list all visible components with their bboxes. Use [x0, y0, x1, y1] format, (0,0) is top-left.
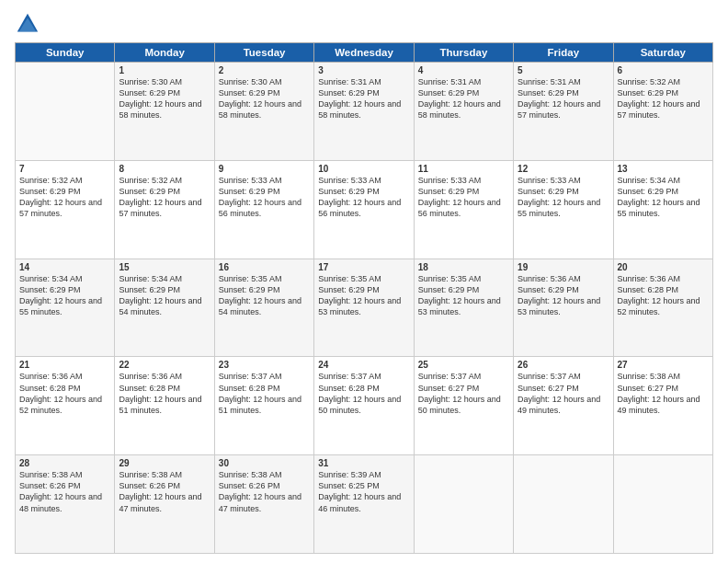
day-info: Sunrise: 5:38 AMSunset: 6:26 PMDaylight:… [219, 469, 310, 514]
header [15, 11, 713, 37]
calendar-cell: 13Sunrise: 5:34 AMSunset: 6:29 PMDayligh… [613, 160, 712, 259]
day-info: Sunrise: 5:33 AMSunset: 6:29 PMDaylight:… [219, 175, 310, 220]
day-info: Sunrise: 5:34 AMSunset: 6:29 PMDaylight:… [119, 273, 210, 318]
day-number: 22 [119, 360, 210, 370]
day-number: 11 [418, 164, 509, 174]
logo-icon [15, 11, 40, 37]
calendar-cell: 9Sunrise: 5:33 AMSunset: 6:29 PMDaylight… [214, 160, 313, 259]
calendar-cell: 14Sunrise: 5:34 AMSunset: 6:29 PMDayligh… [16, 259, 115, 357]
calendar-header-wednesday: Wednesday [314, 43, 414, 63]
calendar-header-friday: Friday [514, 43, 613, 63]
day-number: 8 [119, 164, 210, 174]
calendar-cell: 8Sunrise: 5:32 AMSunset: 6:29 PMDaylight… [115, 160, 214, 259]
day-info: Sunrise: 5:37 AMSunset: 6:28 PMDaylight:… [219, 371, 310, 416]
calendar-header-sunday: Sunday [16, 43, 115, 63]
calendar-week-1: 1Sunrise: 5:30 AMSunset: 6:29 PMDaylight… [16, 63, 713, 161]
day-info: Sunrise: 5:32 AMSunset: 6:29 PMDaylight:… [119, 175, 210, 220]
calendar-header-monday: Monday [115, 43, 214, 63]
day-info: Sunrise: 5:39 AMSunset: 6:25 PMDaylight:… [318, 469, 409, 514]
calendar-week-3: 14Sunrise: 5:34 AMSunset: 6:29 PMDayligh… [16, 259, 713, 357]
day-number: 20 [618, 262, 709, 272]
calendar-cell: 20Sunrise: 5:36 AMSunset: 6:28 PMDayligh… [613, 259, 712, 357]
calendar-cell: 17Sunrise: 5:35 AMSunset: 6:29 PMDayligh… [314, 259, 414, 357]
day-number: 27 [618, 360, 709, 370]
day-number: 13 [618, 164, 709, 174]
day-info: Sunrise: 5:35 AMSunset: 6:29 PMDaylight:… [219, 273, 310, 318]
day-info: Sunrise: 5:30 AMSunset: 6:29 PMDaylight:… [219, 76, 310, 121]
calendar-cell: 10Sunrise: 5:33 AMSunset: 6:29 PMDayligh… [314, 160, 414, 259]
day-number: 12 [518, 164, 609, 174]
day-info: Sunrise: 5:36 AMSunset: 6:28 PMDaylight:… [119, 371, 210, 416]
day-info: Sunrise: 5:34 AMSunset: 6:29 PMDaylight:… [618, 175, 709, 220]
day-info: Sunrise: 5:37 AMSunset: 6:27 PMDaylight:… [518, 371, 609, 416]
day-number: 26 [518, 360, 609, 370]
day-number: 5 [518, 65, 609, 75]
day-info: Sunrise: 5:31 AMSunset: 6:29 PMDaylight:… [418, 76, 509, 121]
calendar-table: SundayMondayTuesdayWednesdayThursdayFrid… [15, 42, 713, 554]
day-info: Sunrise: 5:35 AMSunset: 6:29 PMDaylight:… [418, 273, 509, 318]
day-info: Sunrise: 5:36 AMSunset: 6:29 PMDaylight:… [518, 273, 609, 318]
day-info: Sunrise: 5:36 AMSunset: 6:28 PMDaylight:… [618, 273, 709, 318]
day-number: 14 [19, 262, 110, 272]
calendar-header-thursday: Thursday [414, 43, 513, 63]
calendar-cell: 6Sunrise: 5:32 AMSunset: 6:29 PMDaylight… [613, 63, 712, 161]
day-info: Sunrise: 5:30 AMSunset: 6:29 PMDaylight:… [119, 76, 210, 121]
calendar-cell: 23Sunrise: 5:37 AMSunset: 6:28 PMDayligh… [214, 357, 313, 455]
day-info: Sunrise: 5:38 AMSunset: 6:26 PMDaylight:… [119, 469, 210, 514]
calendar-header-saturday: Saturday [613, 43, 712, 63]
calendar-cell: 29Sunrise: 5:38 AMSunset: 6:26 PMDayligh… [115, 455, 214, 554]
day-number: 24 [318, 360, 409, 370]
day-info: Sunrise: 5:31 AMSunset: 6:29 PMDaylight:… [318, 76, 409, 121]
calendar-week-4: 21Sunrise: 5:36 AMSunset: 6:28 PMDayligh… [16, 357, 713, 455]
day-info: Sunrise: 5:34 AMSunset: 6:29 PMDaylight:… [19, 273, 110, 318]
day-info: Sunrise: 5:33 AMSunset: 6:29 PMDaylight:… [318, 175, 409, 220]
calendar-cell [414, 455, 513, 554]
day-number: 19 [518, 262, 609, 272]
day-number: 3 [318, 65, 409, 75]
calendar-cell: 4Sunrise: 5:31 AMSunset: 6:29 PMDaylight… [414, 63, 513, 161]
calendar-cell: 1Sunrise: 5:30 AMSunset: 6:29 PMDaylight… [115, 63, 214, 161]
day-info: Sunrise: 5:37 AMSunset: 6:27 PMDaylight:… [418, 371, 509, 416]
day-info: Sunrise: 5:31 AMSunset: 6:29 PMDaylight:… [518, 76, 609, 121]
calendar-cell: 25Sunrise: 5:37 AMSunset: 6:27 PMDayligh… [414, 357, 513, 455]
logo [15, 11, 44, 37]
day-info: Sunrise: 5:33 AMSunset: 6:29 PMDaylight:… [418, 175, 509, 220]
day-info: Sunrise: 5:37 AMSunset: 6:28 PMDaylight:… [318, 371, 409, 416]
day-number: 6 [618, 65, 709, 75]
calendar-cell: 22Sunrise: 5:36 AMSunset: 6:28 PMDayligh… [115, 357, 214, 455]
calendar-cell: 24Sunrise: 5:37 AMSunset: 6:28 PMDayligh… [314, 357, 414, 455]
day-number: 4 [418, 65, 509, 75]
calendar-week-2: 7Sunrise: 5:32 AMSunset: 6:29 PMDaylight… [16, 160, 713, 259]
day-info: Sunrise: 5:38 AMSunset: 6:26 PMDaylight:… [19, 469, 110, 514]
day-number: 1 [119, 65, 210, 75]
calendar-cell: 12Sunrise: 5:33 AMSunset: 6:29 PMDayligh… [514, 160, 613, 259]
day-number: 28 [19, 458, 110, 468]
calendar-cell [514, 455, 613, 554]
day-info: Sunrise: 5:32 AMSunset: 6:29 PMDaylight:… [618, 76, 709, 121]
day-number: 17 [318, 262, 409, 272]
calendar-cell: 15Sunrise: 5:34 AMSunset: 6:29 PMDayligh… [115, 259, 214, 357]
calendar-cell: 26Sunrise: 5:37 AMSunset: 6:27 PMDayligh… [514, 357, 613, 455]
day-number: 10 [318, 164, 409, 174]
calendar-cell: 28Sunrise: 5:38 AMSunset: 6:26 PMDayligh… [16, 455, 115, 554]
day-number: 9 [219, 164, 310, 174]
day-number: 31 [318, 458, 409, 468]
day-number: 21 [19, 360, 110, 370]
calendar-cell: 7Sunrise: 5:32 AMSunset: 6:29 PMDaylight… [16, 160, 115, 259]
day-info: Sunrise: 5:38 AMSunset: 6:27 PMDaylight:… [618, 371, 709, 416]
calendar-header-tuesday: Tuesday [214, 43, 313, 63]
day-info: Sunrise: 5:36 AMSunset: 6:28 PMDaylight:… [19, 371, 110, 416]
day-number: 25 [418, 360, 509, 370]
calendar-cell: 19Sunrise: 5:36 AMSunset: 6:29 PMDayligh… [514, 259, 613, 357]
calendar-cell: 5Sunrise: 5:31 AMSunset: 6:29 PMDaylight… [514, 63, 613, 161]
calendar-cell [613, 455, 712, 554]
calendar-cell: 16Sunrise: 5:35 AMSunset: 6:29 PMDayligh… [214, 259, 313, 357]
day-number: 7 [19, 164, 110, 174]
day-number: 30 [219, 458, 310, 468]
page: SundayMondayTuesdayWednesdayThursdayFrid… [0, 0, 728, 563]
day-info: Sunrise: 5:32 AMSunset: 6:29 PMDaylight:… [19, 175, 110, 220]
day-number: 2 [219, 65, 310, 75]
calendar-cell: 2Sunrise: 5:30 AMSunset: 6:29 PMDaylight… [214, 63, 313, 161]
calendar-cell: 11Sunrise: 5:33 AMSunset: 6:29 PMDayligh… [414, 160, 513, 259]
calendar-header-row: SundayMondayTuesdayWednesdayThursdayFrid… [16, 43, 713, 63]
